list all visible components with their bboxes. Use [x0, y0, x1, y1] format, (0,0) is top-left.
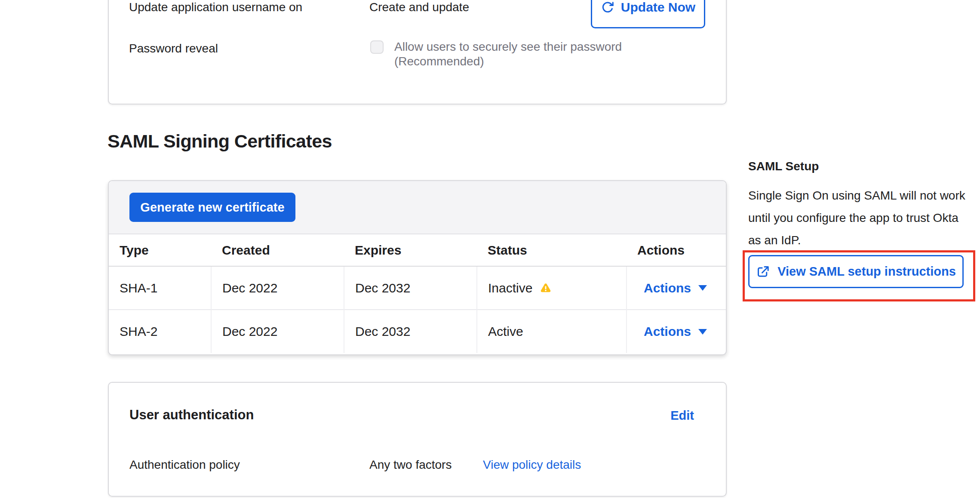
authentication-policy-value: Any two factors: [369, 458, 452, 472]
password-reveal-label: Password reveal: [129, 41, 218, 56]
actions-dropdown[interactable]: Actions: [644, 324, 707, 339]
column-header-type: Type: [109, 234, 211, 266]
password-reveal-checkbox-label: Allow users to securely see their passwo…: [394, 40, 678, 69]
status-text: Inactive: [488, 281, 532, 295]
saml-certificates-card: Generate new certificate Type Created Ex…: [108, 180, 727, 355]
user-authentication-heading: User authentication: [129, 407, 254, 423]
update-now-button[interactable]: Update Now: [591, 0, 705, 28]
generate-certificate-button[interactable]: Generate new certificate: [129, 193, 295, 222]
saml-setup-heading: SAML Setup: [748, 159, 819, 174]
cert-status-cell: Active: [477, 310, 627, 353]
cert-created: Dec 2022: [211, 310, 344, 353]
column-header-expires: Expires: [344, 234, 477, 266]
cert-created: Dec 2022: [211, 266, 344, 310]
table-row: SHA-1 Dec 2022 Dec 2032 Inactive: [109, 266, 727, 310]
certificates-table: Type Created Expires Status Actions SHA-…: [109, 234, 727, 353]
external-link-icon: [756, 264, 770, 279]
cert-status-cell: Inactive: [477, 266, 627, 310]
actions-label: Actions: [644, 324, 691, 339]
view-saml-setup-instructions-label: View SAML setup instructions: [777, 264, 956, 279]
cert-actions-cell: Actions: [627, 310, 727, 353]
column-header-actions: Actions: [627, 234, 727, 266]
edit-link[interactable]: Edit: [670, 409, 694, 423]
actions-label: Actions: [644, 281, 691, 295]
cert-type: SHA-1: [109, 266, 211, 310]
refresh-icon: [601, 0, 614, 14]
authentication-policy-label: Authentication policy: [129, 458, 240, 472]
table-header-row: Type Created Expires Status Actions: [109, 234, 727, 266]
column-header-created: Created: [211, 234, 344, 266]
column-header-status: Status: [477, 234, 627, 266]
view-saml-setup-instructions-button[interactable]: View SAML setup instructions: [748, 255, 964, 288]
cert-type: SHA-2: [109, 310, 211, 353]
warning-icon: [540, 282, 552, 294]
table-row: SHA-2 Dec 2022 Dec 2032 Active Actions: [109, 310, 727, 353]
saml-setup-description: Single Sign On using SAML will not work …: [748, 184, 965, 252]
cert-actions-cell: Actions: [627, 266, 727, 310]
cert-expires: Dec 2032: [344, 310, 477, 353]
chevron-down-icon: [698, 285, 707, 291]
actions-dropdown[interactable]: Actions: [644, 281, 707, 295]
user-authentication-card: User authentication Edit Authentication …: [108, 382, 727, 497]
update-now-label: Update Now: [621, 0, 695, 15]
certificates-toolbar: Generate new certificate: [109, 181, 726, 234]
username-update-value: Create and update: [369, 0, 469, 15]
status-text: Active: [488, 324, 523, 339]
password-reveal-checkbox[interactable]: [370, 40, 384, 54]
view-policy-details-link[interactable]: View policy details: [483, 458, 581, 472]
page-title: SAML Signing Certificates: [108, 130, 332, 152]
username-update-label: Update application username on: [129, 0, 302, 15]
cert-expires: Dec 2032: [344, 266, 477, 310]
chevron-down-icon: [698, 329, 707, 335]
sign-on-settings-card: Update application username on Create an…: [108, 0, 727, 105]
